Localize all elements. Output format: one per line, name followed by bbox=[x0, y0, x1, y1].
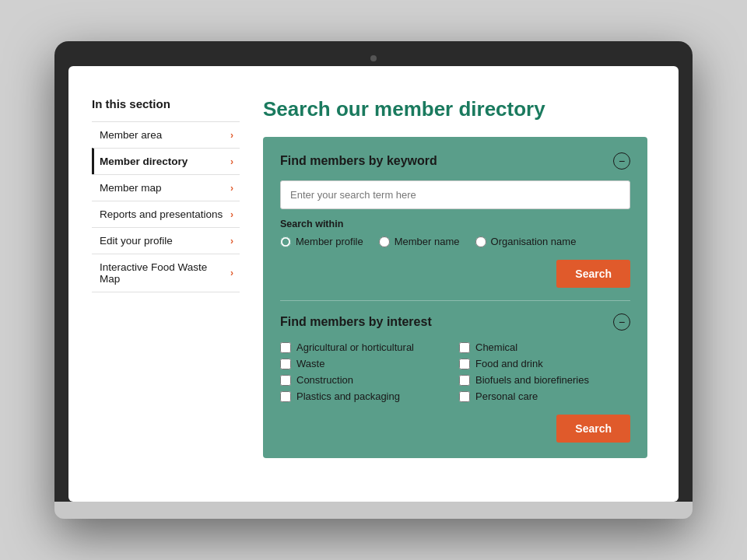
checkbox-plastics-input[interactable] bbox=[280, 391, 291, 402]
camera-dot bbox=[370, 55, 377, 61]
checkbox-waste[interactable]: Waste bbox=[280, 358, 451, 369]
interest-collapse-button[interactable]: − bbox=[613, 313, 630, 331]
keyword-card-title: Find members by keyword bbox=[280, 154, 437, 168]
chevron-right-icon: › bbox=[230, 209, 233, 220]
interest-card-title: Find members by interest bbox=[280, 315, 432, 329]
radio-org-name[interactable]: Organisation name bbox=[475, 236, 577, 247]
checkbox-plastics[interactable]: Plastics and packaging bbox=[280, 390, 451, 402]
keyword-search-button[interactable]: Search bbox=[556, 260, 630, 288]
radio-member-name-input[interactable] bbox=[379, 236, 390, 247]
sidebar-item-label: Member map bbox=[100, 182, 230, 194]
search-within-label: Search within bbox=[280, 219, 630, 229]
chevron-right-icon: › bbox=[230, 156, 233, 167]
search-within-radio-group: Member profile Member name Organisation … bbox=[280, 236, 630, 247]
page-title: Search our member directory bbox=[263, 97, 647, 121]
interest-card-header: Find members by interest − bbox=[280, 313, 630, 331]
checkbox-agri-label: Agricultural or horticultural bbox=[296, 341, 414, 353]
sidebar-item-member-map[interactable]: Member map › bbox=[92, 174, 240, 201]
radio-member-profile-label: Member profile bbox=[296, 236, 363, 247]
interest-search-button[interactable]: Search bbox=[556, 415, 630, 443]
checkbox-waste-label: Waste bbox=[296, 358, 324, 369]
radio-member-name[interactable]: Member name bbox=[379, 236, 460, 247]
checkbox-biofuels-input[interactable] bbox=[459, 375, 470, 386]
laptop-screen: In this section Member area › Member dir… bbox=[68, 66, 679, 502]
sidebar-item-label: Member area bbox=[100, 129, 230, 141]
sidebar-item-label: Member directory bbox=[100, 156, 230, 167]
keyword-search-card: Find members by keyword − Search within … bbox=[263, 137, 647, 458]
sidebar-item-member-area[interactable]: Member area › bbox=[92, 121, 240, 148]
sidebar-item-member-directory[interactable]: Member directory › bbox=[92, 148, 240, 174]
keyword-collapse-button[interactable]: − bbox=[613, 152, 630, 170]
checkbox-construction[interactable]: Construction bbox=[280, 374, 451, 386]
radio-org-name-label: Organisation name bbox=[491, 236, 577, 247]
page-content: In this section Member area › Member dir… bbox=[68, 66, 679, 502]
checkbox-food-drink[interactable]: Food and drink bbox=[459, 358, 630, 369]
laptop-base bbox=[54, 502, 693, 519]
checkbox-waste-input[interactable] bbox=[280, 359, 291, 369]
laptop-frame: In this section Member area › Member dir… bbox=[54, 41, 693, 519]
checkbox-chemical-label: Chemical bbox=[475, 341, 517, 353]
checkbox-agri[interactable]: Agricultural or horticultural bbox=[280, 341, 451, 353]
sidebar-item-edit-profile[interactable]: Edit your profile › bbox=[92, 227, 240, 254]
radio-member-profile-input[interactable] bbox=[280, 236, 291, 247]
checkbox-food-drink-input[interactable] bbox=[459, 359, 470, 369]
checkbox-plastics-label: Plastics and packaging bbox=[296, 390, 400, 402]
checkbox-food-drink-label: Food and drink bbox=[475, 358, 543, 369]
sidebar-item-label: Reports and presentations bbox=[100, 208, 230, 220]
sidebar-title: In this section bbox=[92, 97, 240, 110]
chevron-right-icon: › bbox=[230, 183, 233, 194]
checkbox-chemical-input[interactable] bbox=[459, 342, 470, 353]
radio-member-name-label: Member name bbox=[395, 236, 460, 247]
sidebar-item-food-waste-map[interactable]: Interactive Food Waste Map › bbox=[92, 254, 240, 292]
checkbox-construction-label: Construction bbox=[296, 374, 353, 386]
chevron-right-icon: › bbox=[230, 268, 233, 278]
chevron-right-icon: › bbox=[230, 130, 233, 141]
sidebar-item-label: Interactive Food Waste Map bbox=[100, 261, 230, 285]
main-content: Search our member directory Find members… bbox=[263, 97, 647, 471]
chevron-right-icon: › bbox=[230, 236, 233, 247]
sidebar-item-label: Edit your profile bbox=[100, 235, 230, 247]
keyword-search-input[interactable] bbox=[280, 180, 630, 209]
checkbox-biofuels-label: Biofuels and biorefineries bbox=[475, 374, 589, 386]
keyword-card-header: Find members by keyword − bbox=[280, 152, 630, 170]
section-divider bbox=[280, 300, 630, 301]
radio-org-name-input[interactable] bbox=[475, 236, 486, 247]
checkbox-chemical[interactable]: Chemical bbox=[459, 341, 630, 353]
checkbox-biofuels[interactable]: Biofuels and biorefineries bbox=[459, 374, 630, 386]
checkbox-personal-care-input[interactable] bbox=[459, 391, 470, 402]
checkbox-personal-care-label: Personal care bbox=[475, 390, 538, 402]
checkbox-agri-input[interactable] bbox=[280, 342, 291, 353]
checkbox-personal-care[interactable]: Personal care bbox=[459, 390, 630, 402]
sidebar-item-reports[interactable]: Reports and presentations › bbox=[92, 201, 240, 227]
sidebar: In this section Member area › Member dir… bbox=[92, 97, 240, 471]
interests-grid: Agricultural or horticultural Chemical W… bbox=[280, 341, 630, 402]
checkbox-construction-input[interactable] bbox=[280, 375, 291, 386]
radio-member-profile[interactable]: Member profile bbox=[280, 236, 363, 247]
